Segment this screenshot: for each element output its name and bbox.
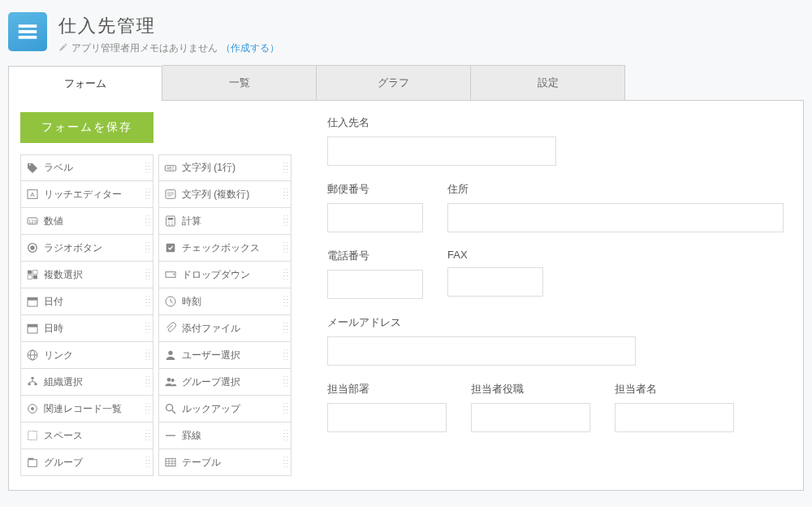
svg-rect-1 — [19, 30, 37, 33]
svg-rect-35 — [168, 218, 174, 220]
label-email: メールアドレス — [327, 315, 636, 330]
abc-icon: ABC — [159, 162, 182, 175]
field-supplier-name[interactable]: 仕入先名 — [327, 115, 556, 166]
text-a-icon: A — [21, 188, 44, 201]
admin-memo-text: アプリ管理者用メモはありません — [71, 41, 218, 55]
field-title-role[interactable]: 担当者役職 — [471, 382, 590, 432]
input-postal[interactable] — [327, 203, 423, 232]
create-memo-link[interactable]: （作成する） — [221, 41, 279, 55]
input-contact-name[interactable] — [615, 403, 734, 432]
input-fax[interactable] — [447, 267, 543, 297]
record-icon — [21, 402, 44, 415]
palette-item-number[interactable]: 123数値∷∷∷ — [20, 208, 153, 235]
multiselect-icon — [21, 268, 44, 281]
palette-item-user[interactable]: ユーザー選択∷∷∷ — [158, 342, 292, 369]
palette-item-users[interactable]: グループ選択∷∷∷ — [158, 369, 292, 396]
grip-icon: ∷∷∷ — [283, 350, 291, 360]
globe-icon — [21, 349, 44, 362]
save-form-button[interactable]: フォームを保存 — [20, 112, 153, 143]
field-contact-name[interactable]: 担当者名 — [615, 382, 734, 432]
input-dept[interactable] — [327, 403, 447, 432]
grip-icon: ∷∷∷ — [283, 431, 291, 440]
field-phone[interactable]: 電話番号 — [327, 249, 423, 299]
palette-item-label: ラジオボタン — [44, 241, 145, 255]
input-title-role[interactable] — [471, 403, 590, 432]
grip-icon: ∷∷∷ — [283, 457, 291, 467]
number-icon: 123 — [21, 214, 44, 228]
label-postal: 郵便番号 — [327, 182, 423, 197]
table-icon — [159, 456, 182, 469]
palette-item-checkbox[interactable]: チェックボックス∷∷∷ — [158, 235, 292, 262]
palette-item-clock[interactable]: 時刻∷∷∷ — [158, 288, 292, 315]
tabs: フォーム 一覧 グラフ 設定 — [8, 65, 804, 101]
field-email[interactable]: メールアドレス — [327, 315, 636, 366]
palette-item-radio[interactable]: ラジオボタン∷∷∷ — [20, 235, 153, 262]
palette-item-hr[interactable]: 罫線∷∷∷ — [158, 422, 292, 449]
space-icon — [21, 429, 44, 442]
hr-icon — [159, 429, 182, 442]
svg-rect-40 — [166, 244, 175, 253]
label-contact-name: 担当者名 — [615, 382, 734, 396]
form-canvas: 仕入先名 郵便番号 住所 電話番号 — [311, 112, 792, 479]
calendar-icon — [21, 295, 44, 308]
palette-item-abc[interactable]: ABC文字列 (1行)∷∷∷ — [158, 154, 292, 181]
palette-item-space[interactable]: スペース∷∷∷ — [20, 422, 153, 449]
palette-item-label: 複数選択 — [44, 268, 145, 282]
org-icon — [21, 375, 44, 388]
input-email[interactable] — [327, 336, 636, 366]
palette-item-table[interactable]: テーブル∷∷∷ — [158, 449, 292, 476]
app-title: 仕入先管理 — [58, 14, 804, 38]
tab-list[interactable]: 一覧 — [162, 65, 317, 100]
svg-rect-26 — [28, 460, 37, 467]
app-icon — [8, 12, 47, 51]
palette-item-lookup[interactable]: ルックアップ∷∷∷ — [158, 396, 292, 422]
tag-icon — [21, 162, 44, 175]
tab-settings[interactable]: 設定 — [471, 65, 625, 100]
palette-item-calendar[interactable]: 日付∷∷∷ — [20, 288, 153, 315]
palette-item-dropdown[interactable]: ドロップダウン∷∷∷ — [158, 262, 292, 288]
input-address[interactable] — [447, 203, 784, 232]
palette-item-org[interactable]: 組織選択∷∷∷ — [20, 369, 153, 396]
palette-item-text-a[interactable]: Aリッチエディター∷∷∷ — [20, 181, 153, 208]
input-phone[interactable] — [327, 270, 423, 299]
palette-item-globe[interactable]: リンク∷∷∷ — [20, 342, 153, 369]
input-supplier-name[interactable] — [327, 136, 556, 166]
tab-form[interactable]: フォーム — [8, 66, 162, 101]
svg-rect-27 — [28, 458, 34, 460]
grip-icon: ∷∷∷ — [283, 163, 291, 173]
palette-item-label: 日時 — [44, 322, 145, 336]
field-dept[interactable]: 担当部署 — [327, 382, 447, 432]
palette-item-attach[interactable]: 添付ファイル∷∷∷ — [158, 315, 292, 342]
palette-item-label: テーブル — [182, 456, 283, 470]
user-icon — [159, 349, 182, 362]
field-address[interactable]: 住所 — [447, 182, 784, 232]
calendar-icon — [21, 322, 44, 335]
tab-graph[interactable]: グラフ — [317, 65, 471, 100]
palette-column-1: ラベル∷∷∷Aリッチエディター∷∷∷123数値∷∷∷ラジオボタン∷∷∷複数選択∷… — [20, 154, 153, 476]
palette-item-label: 組織選択 — [44, 375, 145, 389]
svg-point-36 — [168, 222, 169, 223]
grip-icon: ∷∷∷ — [145, 297, 153, 306]
field-postal[interactable]: 郵便番号 — [327, 182, 423, 232]
palette-item-tag[interactable]: ラベル∷∷∷ — [20, 154, 153, 181]
palette-item-label: 文字列 (1行) — [182, 161, 283, 175]
field-fax[interactable]: FAX — [447, 249, 543, 299]
grip-icon: ∷∷∷ — [145, 431, 153, 440]
grip-icon: ∷∷∷ — [283, 323, 291, 333]
palette-item-label: ラベル — [44, 161, 145, 175]
grip-icon: ∷∷∷ — [283, 297, 291, 306]
dropdown-icon — [159, 268, 182, 281]
svg-rect-11 — [28, 275, 32, 280]
svg-rect-12 — [33, 275, 37, 280]
field-palette: ラベル∷∷∷Aリッチエディター∷∷∷123数値∷∷∷ラジオボタン∷∷∷複数選択∷… — [20, 154, 296, 476]
palette-item-calendar[interactable]: 日時∷∷∷ — [20, 315, 153, 342]
palette-item-label: 罫線 — [182, 429, 283, 443]
palette-item-multiselect[interactable]: 複数選択∷∷∷ — [20, 262, 153, 288]
svg-text:ABC: ABC — [166, 167, 175, 171]
palette-item-record[interactable]: 関連レコード一覧∷∷∷ — [20, 396, 153, 422]
admin-memo: アプリ管理者用メモはありません （作成する） — [58, 41, 804, 55]
palette-item-group[interactable]: グループ∷∷∷ — [20, 449, 153, 476]
palette-item-abc-multi[interactable]: 文字列 (複数行)∷∷∷ — [158, 181, 292, 208]
palette-item-calc[interactable]: 計算∷∷∷ — [158, 208, 292, 235]
palette-item-label: ドロップダウン — [182, 268, 283, 282]
